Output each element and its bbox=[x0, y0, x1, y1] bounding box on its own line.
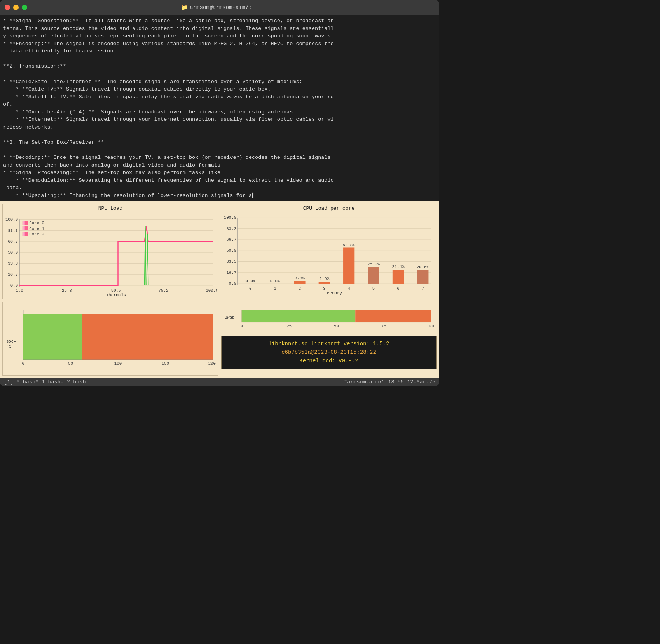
svg-text:100.0: 100.0 bbox=[5, 217, 18, 222]
svg-rect-62 bbox=[294, 281, 305, 284]
svg-text:25: 25 bbox=[286, 324, 292, 329]
svg-rect-28 bbox=[23, 232, 25, 236]
charts-section: NPU Load 100.0 83.3 66.7 50.0 33.3 16.7 … bbox=[0, 201, 439, 378]
lib-line3: Kernel mod: v0.9.2 bbox=[299, 358, 358, 364]
svg-text:100.0: 100.0 bbox=[224, 215, 236, 220]
minimize-button[interactable] bbox=[13, 5, 19, 10]
svg-rect-64 bbox=[319, 282, 330, 284]
svg-text:83.3: 83.3 bbox=[226, 226, 236, 231]
svg-text:100: 100 bbox=[114, 361, 122, 366]
svg-text:50.5: 50.5 bbox=[111, 288, 121, 292]
thermal-chart-area: soc- °C 0 50 100 150 200 bbox=[4, 304, 217, 374]
svg-text:Memory: Memory bbox=[327, 291, 342, 296]
status-bar: [1] 0:bash* 1:bash- 2:bash "armsom-aim7"… bbox=[0, 378, 439, 386]
svg-text:2.9%: 2.9% bbox=[319, 277, 329, 281]
svg-text:7: 7 bbox=[422, 286, 424, 291]
svg-rect-68 bbox=[368, 267, 379, 284]
svg-text:100.0: 100.0 bbox=[206, 288, 217, 292]
thermal-chart: soc- °C 0 50 100 150 200 bbox=[2, 302, 218, 376]
svg-text:5: 5 bbox=[372, 286, 375, 291]
svg-text:6: 6 bbox=[397, 286, 399, 291]
lib-line1: librknnrt.so librknnrt version: 1.5.2 bbox=[269, 341, 389, 347]
chart-right-column: CPU Load per core 100.0 83.3 66.7 50.0 3… bbox=[221, 204, 437, 376]
svg-rect-66 bbox=[343, 247, 354, 284]
window-title: 📁 armsom@armsom-aim7: ~ bbox=[181, 4, 258, 11]
lib-line2: c6b7b351a@2023-08-23T15:28:22 bbox=[281, 349, 376, 355]
svg-text:33.3: 33.3 bbox=[8, 261, 18, 266]
svg-text:0.0: 0.0 bbox=[229, 281, 236, 286]
svg-text:Swap: Swap bbox=[225, 315, 235, 319]
svg-rect-86 bbox=[355, 310, 431, 322]
svg-text:1.0: 1.0 bbox=[16, 288, 23, 292]
svg-text:0.0%: 0.0% bbox=[270, 279, 280, 284]
swap-bar-box: Swap 0 25 50 75 100 bbox=[221, 302, 437, 334]
chart-left-column: NPU Load 100.0 83.3 66.7 50.0 33.3 16.7 … bbox=[2, 204, 218, 376]
svg-rect-25 bbox=[23, 226, 25, 230]
svg-text:Thermals: Thermals bbox=[106, 293, 126, 298]
svg-rect-35 bbox=[23, 314, 82, 359]
svg-rect-22 bbox=[23, 221, 25, 225]
status-right: "armsom-aim7" 18:55 12-Mar-25 bbox=[344, 379, 435, 385]
svg-text:50.0: 50.0 bbox=[8, 250, 18, 255]
svg-rect-85 bbox=[242, 310, 356, 322]
npu-load-chart: NPU Load 100.0 83.3 66.7 50.0 33.3 16.7 … bbox=[2, 204, 218, 299]
folder-icon: 📁 bbox=[181, 4, 187, 11]
close-button[interactable] bbox=[5, 5, 10, 10]
maximize-button[interactable] bbox=[22, 5, 27, 10]
svg-text:0: 0 bbox=[22, 361, 24, 366]
svg-text:16.7: 16.7 bbox=[8, 272, 18, 277]
titlebar: 📁 armsom@armsom-aim7: ~ bbox=[0, 0, 439, 15]
svg-rect-70 bbox=[393, 270, 404, 284]
svg-rect-36 bbox=[82, 314, 213, 359]
svg-text:50: 50 bbox=[334, 324, 339, 329]
svg-text:54.8%: 54.8% bbox=[343, 242, 356, 247]
cpu-chart-area: 100.0 83.3 66.7 50.0 33.3 16.7 0.0 bbox=[223, 212, 435, 298]
svg-text:0: 0 bbox=[241, 324, 243, 329]
svg-text:100: 100 bbox=[427, 324, 434, 329]
svg-text:4: 4 bbox=[347, 286, 350, 291]
cpu-chart-svg: 100.0 83.3 66.7 50.0 33.3 16.7 0.0 bbox=[223, 212, 435, 298]
svg-text:Core 0: Core 0 bbox=[29, 221, 44, 225]
svg-text:200: 200 bbox=[208, 361, 216, 366]
svg-text:3: 3 bbox=[323, 286, 325, 291]
memory-swap-section: Swap 0 25 50 75 100 l bbox=[221, 302, 437, 369]
npu-chart-title: NPU Load bbox=[4, 205, 217, 211]
svg-text:0.0%: 0.0% bbox=[245, 279, 255, 284]
svg-text:25.0%: 25.0% bbox=[367, 262, 380, 266]
svg-text:33.3: 33.3 bbox=[226, 259, 236, 264]
cpu-chart-title: CPU Load per core bbox=[223, 205, 435, 211]
npu-chart-area: 100.0 83.3 66.7 50.0 33.3 16.7 0.0 bbox=[4, 212, 217, 298]
svg-text:0.0: 0.0 bbox=[10, 283, 18, 287]
svg-text:soc-: soc- bbox=[6, 339, 16, 343]
svg-text:16.7: 16.7 bbox=[226, 270, 236, 275]
svg-text:21.4%: 21.4% bbox=[392, 265, 405, 269]
npu-chart-svg: 100.0 83.3 66.7 50.0 33.3 16.7 0.0 bbox=[4, 212, 217, 298]
svg-text:66.7: 66.7 bbox=[8, 239, 18, 244]
svg-text:1: 1 bbox=[274, 286, 276, 291]
library-info-box: librknnrt.so librknnrt version: 1.5.2 c6… bbox=[221, 336, 437, 369]
cpu-load-chart: CPU Load per core 100.0 83.3 66.7 50.0 3… bbox=[221, 204, 437, 299]
svg-text:75.2: 75.2 bbox=[159, 288, 169, 292]
svg-text:66.7: 66.7 bbox=[226, 237, 236, 242]
svg-text:2: 2 bbox=[299, 286, 301, 291]
thermal-chart-svg: soc- °C 0 50 100 150 200 bbox=[4, 304, 217, 374]
svg-text:50.0: 50.0 bbox=[226, 248, 236, 253]
svg-text:3.8%: 3.8% bbox=[295, 276, 305, 280]
terminal-output: * **Signal Generation:** It all starts w… bbox=[0, 15, 439, 201]
svg-text:20.6%: 20.6% bbox=[417, 265, 430, 270]
svg-rect-72 bbox=[417, 270, 428, 284]
svg-text:75: 75 bbox=[381, 324, 386, 329]
svg-text:25.8: 25.8 bbox=[62, 288, 72, 292]
svg-text:°C: °C bbox=[6, 345, 11, 349]
svg-text:50: 50 bbox=[68, 361, 73, 366]
svg-text:83.3: 83.3 bbox=[8, 228, 18, 233]
svg-text:Core 1: Core 1 bbox=[29, 226, 44, 231]
swap-bar-svg: Swap 0 25 50 75 100 bbox=[223, 304, 435, 330]
svg-text:150: 150 bbox=[162, 361, 169, 366]
svg-text:Core 2: Core 2 bbox=[29, 232, 44, 237]
tmux-sessions: [1] 0:bash* 1:bash- 2:bash bbox=[4, 379, 86, 385]
svg-text:0: 0 bbox=[249, 286, 251, 291]
window-controls bbox=[5, 5, 27, 10]
